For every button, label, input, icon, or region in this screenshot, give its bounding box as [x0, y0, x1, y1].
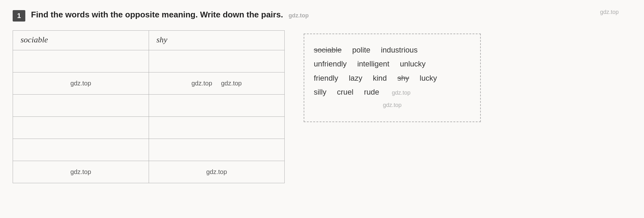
word-intelligent: intelligent	[357, 59, 389, 68]
table-row	[13, 139, 285, 161]
word-box: sociable polite industrious unfriendly i…	[304, 34, 481, 122]
page: gdz.top 1 Find the words with the opposi…	[0, 0, 644, 218]
task-instruction: Find the words with the opposite meaning…	[31, 9, 309, 20]
table-cell	[149, 50, 285, 72]
word-lazy: lazy	[349, 74, 362, 82]
task-header: 1 Find the words with the opposite meani…	[13, 9, 631, 22]
table-cell	[149, 117, 285, 139]
word-strikethrough-sociable: sociable	[314, 46, 342, 54]
word-friendly: friendly	[314, 74, 338, 82]
word-box-content: sociable polite industrious unfriendly i…	[314, 43, 471, 99]
table-cell	[13, 117, 149, 139]
table-cell: gdz.top	[13, 161, 149, 183]
table-row: gdz.top gdz.top	[13, 161, 285, 183]
table-header-col1: sociable	[13, 31, 149, 50]
content-area: sociable shy gdz.top gdz.top gdz.top	[13, 30, 631, 183]
table-cell	[149, 95, 285, 117]
table-row	[13, 117, 285, 139]
word-unfriendly: unfriendly	[314, 59, 347, 68]
table-cell: gdz.top gdz.top	[149, 72, 285, 95]
word-rude: rude	[364, 88, 379, 96]
watermark-inline: gdz.top	[288, 12, 309, 19]
word-table: sociable shy gdz.top gdz.top gdz.top	[13, 30, 285, 183]
word-polite: polite	[352, 46, 370, 54]
word-box-watermark-inline: gdz.top	[392, 90, 411, 96]
table-cell	[13, 50, 149, 72]
word-box-watermark-bottom: gdz.top	[314, 102, 471, 109]
watermark-top-right: gdz.top	[600, 9, 619, 16]
table-row	[13, 50, 285, 72]
table-row	[13, 95, 285, 117]
word-lucky: lucky	[420, 74, 437, 82]
word-kind: kind	[373, 74, 387, 82]
word-cruel: cruel	[337, 88, 353, 96]
word-unlucky: unlucky	[400, 59, 425, 68]
table-row: gdz.top gdz.top gdz.top	[13, 72, 285, 95]
table-cell	[13, 139, 149, 161]
table-cell: gdz.top	[149, 161, 285, 183]
word-silly: silly	[314, 88, 326, 96]
word-industrious: industrious	[381, 46, 418, 54]
table-cell: gdz.top	[13, 72, 149, 95]
task-number: 1	[13, 10, 25, 22]
table-header-row: sociable shy	[13, 31, 285, 50]
word-strikethrough-shy: shy	[397, 74, 409, 82]
table-header-col2: shy	[149, 31, 285, 50]
table-cell	[13, 95, 149, 117]
table-cell	[149, 139, 285, 161]
